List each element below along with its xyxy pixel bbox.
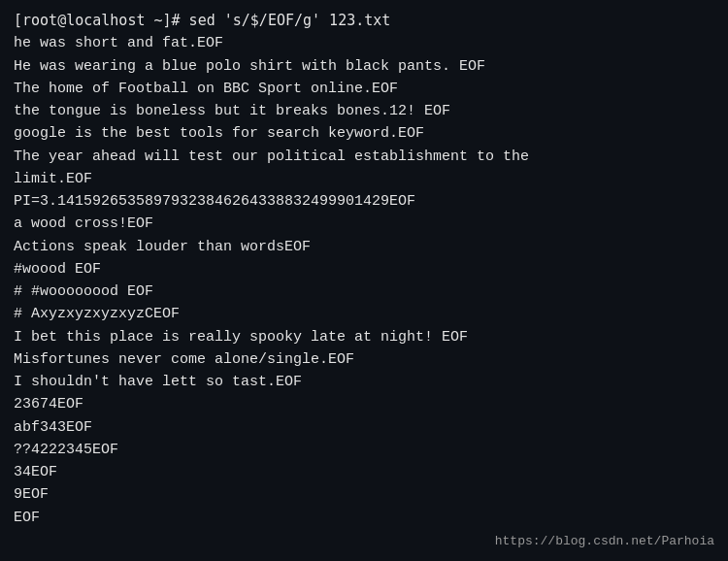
- terminal-line: Misfortunes never come alone/single.EOF: [14, 348, 714, 371]
- terminal-line: abf343EOF: [14, 416, 714, 439]
- terminal-content: [root@localhost ~]# sed 's/$/EOF/g' 123.…: [14, 10, 714, 32]
- terminal-line: # AxyzxyzxyzxyzCEOF: [14, 303, 714, 325]
- terminal-line: google is the best tools for search keyw…: [14, 122, 714, 145]
- terminal-line: 23674EOF: [14, 393, 714, 415]
- terminal-window: [root@localhost ~]# sed 's/$/EOF/g' 123.…: [0, 0, 728, 561]
- command-line: [root@localhost ~]# sed 's/$/EOF/g' 123.…: [14, 12, 390, 29]
- terminal-line: he was short and fat.EOF: [14, 32, 714, 54]
- terminal-line: # #woooooood EOF: [14, 280, 714, 303]
- terminal-line: I bet this place is really spooky late a…: [14, 326, 714, 348]
- terminal-line: #woood EOF: [14, 258, 714, 280]
- watermark: https://blog.csdn.net/Parhoia: [495, 532, 714, 551]
- terminal-line: I shouldn't have lett so tast.EOF: [14, 371, 714, 393]
- terminal-line: ??4222345EOF: [14, 439, 714, 461]
- terminal-line: The year ahead will test our political e…: [14, 146, 714, 168]
- terminal-line: He was wearing a blue polo shirt with bl…: [14, 55, 714, 78]
- terminal-line: a wood cross!EOF: [14, 213, 714, 235]
- terminal-line: EOF: [14, 507, 714, 529]
- terminal-line: limit.EOF: [14, 168, 714, 190]
- terminal-line: The home of Football on BBC Sport online…: [14, 78, 714, 100]
- terminal-line: 9EOF: [14, 483, 714, 506]
- terminal-line: PI=3.14159265358979323846264338832499901…: [14, 190, 714, 213]
- terminal-line: 34EOF: [14, 461, 714, 483]
- terminal-line: Actions speak louder than wordsEOF: [14, 236, 714, 258]
- terminal-line: the tongue is boneless but it breaks bon…: [14, 100, 714, 122]
- terminal-output: he was short and fat.EOFHe was wearing a…: [14, 32, 714, 529]
